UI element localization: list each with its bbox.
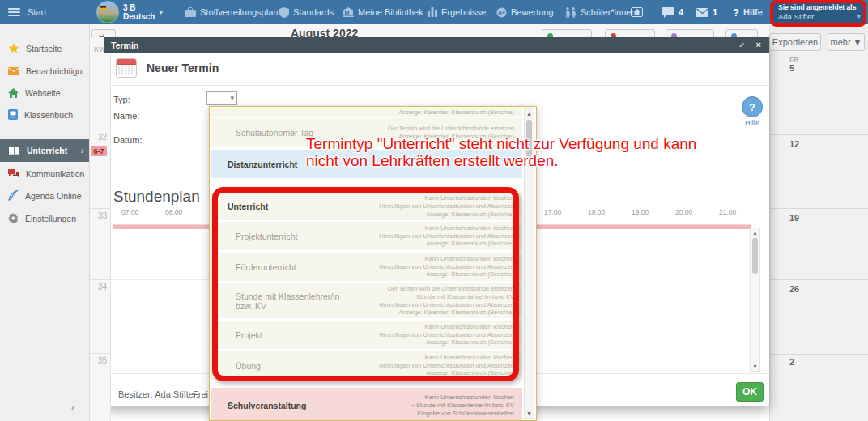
pen-icon: [8, 190, 19, 201]
kw-number: 35: [98, 356, 107, 365]
sidebar: Startseite Benachrichtigu... Webseite Kl…: [0, 24, 90, 421]
close-dialog-icon[interactable]: ×: [756, 40, 761, 49]
svg-text:A+: A+: [498, 10, 505, 15]
annotation-note: Termintyp "Unterricht" steht nicht zur V…: [306, 135, 760, 170]
library-icon: [343, 7, 354, 17]
name-field-label: Name:: [113, 111, 139, 121]
calendar-date[interactable]: 12: [789, 139, 799, 149]
nav-ergebnisse[interactable]: Ergebnisse: [428, 0, 486, 24]
star-icon: [8, 43, 19, 53]
chat-bubbles-icon: [8, 169, 19, 179]
top-navbar: Start 3 BDeutsch ▾ Stoffverteilungsplan …: [0, 0, 868, 24]
sidebar-item-webseite[interactable]: Webseite: [0, 82, 89, 104]
dialog-title: Neuer Termin: [147, 62, 219, 74]
chevron-down-icon: ▾: [230, 94, 234, 102]
timeline-left-fragment: 07:00 08:00: [113, 208, 211, 229]
class-selector[interactable]: 3 BDeutsch ▾: [123, 0, 163, 24]
briefcase-icon: [185, 7, 196, 17]
dialog-help-button[interactable]: ?: [742, 96, 763, 117]
calendar-day-column: FR 5 12 19 26 2: [769, 50, 868, 421]
calendar-date[interactable]: 26: [789, 284, 799, 294]
termin-dialog-header[interactable]: Termin ↔ ×: [104, 37, 769, 53]
scroll-down-icon[interactable]: ▼: [751, 364, 760, 369]
annotation-highlight-box: [212, 187, 519, 381]
sidebar-item-klassenbuch[interactable]: Klassenbuch: [0, 104, 89, 125]
toolbar-button-fragment[interactable]: [542, 29, 592, 37]
scroll-thumb[interactable]: [752, 238, 758, 274]
calendar-date[interactable]: 19: [789, 213, 799, 223]
page-title-fragment: August 2022: [291, 27, 358, 37]
dropdown-option-partial[interactable]: Anzeige: Kalender, Klassenbuch (Berichte…: [211, 108, 522, 117]
chat-indicator[interactable]: 4: [662, 0, 683, 24]
nav-standards[interactable]: Standards: [279, 0, 334, 24]
chat-bubble-icon: [662, 7, 674, 18]
nav-schueler[interactable]: Schüler*innen: [564, 0, 636, 24]
help-menu[interactable]: ? Hilfe: [733, 0, 763, 24]
owner-label: Besitzer: Ada Stifter,: [118, 389, 198, 399]
datum-field-label: Datum:: [113, 135, 142, 145]
sidebar-item-einstellungen[interactable]: Einstellungen: [0, 207, 89, 229]
class-avatar[interactable]: [96, 0, 119, 24]
sidebar-item-benachrichtigungen[interactable]: Benachrichtigu...: [0, 60, 89, 82]
page-toolbar-fragment: August 2022 H: [90, 24, 769, 37]
mail-indicator[interactable]: 1: [696, 0, 717, 24]
typ-select[interactable]: ▾: [206, 91, 237, 105]
students-icon: [564, 7, 577, 18]
kw-number: 32: [98, 133, 107, 142]
dialog-header-title: Termin: [111, 40, 138, 50]
toolbar-button-fragment[interactable]: [605, 29, 655, 37]
sidebar-item-unterricht[interactable]: Unterricht ›: [0, 139, 89, 162]
nav-stoffverteilungsplan[interactable]: Stoffverteilungsplan: [185, 0, 278, 24]
mehr-button[interactable]: mehr ▼: [828, 33, 865, 51]
schedule-scrollbar[interactable]: ▲ ▼: [750, 228, 760, 372]
scroll-up-icon[interactable]: ▲: [751, 230, 760, 236]
sidebar-item-startseite[interactable]: Startseite: [0, 37, 89, 59]
scroll-up-icon[interactable]: ▲: [525, 111, 534, 117]
nav-bewertung[interactable]: A+ Bewertung: [496, 0, 554, 24]
week-separator-line: [111, 351, 209, 351]
ok-button[interactable]: OK: [736, 382, 764, 402]
frei-fragment: Frei: [193, 389, 208, 399]
sidebar-item-agenda-online[interactable]: Agenda Online: [0, 185, 89, 206]
nav-meine-bibliothek[interactable]: Meine Bibliothek: [343, 0, 423, 24]
chevron-right-icon: ›: [81, 147, 83, 155]
bar-chart-icon: [428, 7, 437, 17]
divider: [104, 85, 769, 86]
grade-circle-icon: A+: [496, 7, 507, 18]
classbook-icon: [8, 109, 18, 120]
chevron-down-icon: ▾: [159, 8, 163, 16]
open-book-icon: [8, 147, 20, 155]
shield-icon: [279, 7, 289, 18]
sidebar-collapse-chevron[interactable]: ‹: [71, 402, 74, 414]
exportieren-button[interactable]: Exportieren: [769, 33, 821, 51]
lesson-badge: 6-7: [91, 146, 107, 156]
question-mark-icon: ?: [733, 6, 739, 19]
envelope-icon: [696, 8, 708, 17]
dialog-help-label: Hilfe: [745, 119, 760, 127]
stundenplan-heading: Stundenplan: [113, 188, 200, 206]
nav-start[interactable]: Start: [28, 0, 46, 24]
week-separator-line: [111, 279, 209, 280]
toolbar-button-fragment[interactable]: [725, 29, 758, 37]
kw-number: 33: [98, 211, 107, 220]
home-icon: [8, 88, 19, 98]
expand-dialog-icon[interactable]: ↔: [734, 37, 747, 50]
heute-button-fragment[interactable]: H: [91, 29, 116, 37]
calendar-date[interactable]: 5: [789, 63, 794, 73]
typ-field-label: Typ:: [113, 95, 130, 104]
sidebar-item-kommunikation[interactable]: Kommunikation ›: [0, 163, 89, 185]
calendar-week-column: KW 32 6-7 33 34 35: [90, 37, 111, 421]
toolbar-button-fragment[interactable]: [666, 29, 714, 37]
envelope-icon: [8, 67, 19, 75]
kw-number: 34: [98, 283, 107, 291]
scroll-down-icon[interactable]: ▼: [525, 410, 534, 416]
screen-share-icon[interactable]: [631, 0, 643, 24]
gear-icon: [8, 213, 19, 223]
dropdown-option-schulveranstaltung[interactable]: Schulveranstaltung Kann Unterrichtsstund…: [211, 388, 522, 421]
app-root: Start 3 BDeutsch ▾ Stoffverteilungsplan …: [0, 0, 868, 421]
chevron-right-icon: ›: [81, 169, 83, 178]
hamburger-menu-icon[interactable]: [8, 0, 20, 24]
calendar-icon: [116, 58, 137, 78]
calendar-date[interactable]: 2: [789, 357, 794, 367]
timeline-right-fragment: 17:00 18:00 19:00 20:00 21:00: [537, 208, 754, 229]
